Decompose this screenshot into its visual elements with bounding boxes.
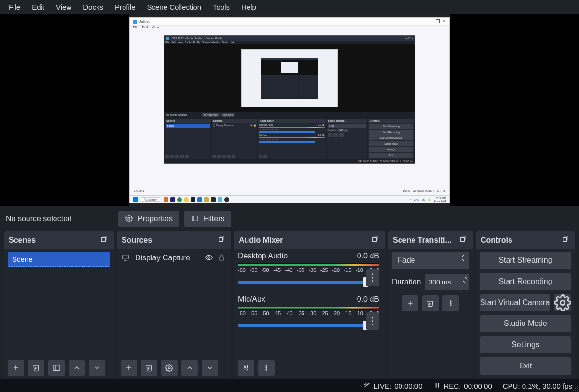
svg-point-29 [244, 366, 246, 368]
source-label: Display Capture [135, 254, 190, 262]
visibility-icon[interactable] [205, 254, 214, 262]
duration-label: Duration [392, 278, 421, 286]
add-scene-button[interactable] [8, 360, 24, 376]
start-streaming-button[interactable]: Start Streaming [480, 252, 571, 269]
popout-icon[interactable] [459, 235, 469, 244]
popout-icon[interactable] [372, 235, 381, 244]
start-recording-button[interactable]: Start Recording [480, 273, 571, 290]
svg-point-22 [372, 273, 373, 275]
add-transition-button[interactable] [402, 295, 418, 311]
svg-point-37 [266, 369, 267, 370]
virtual-camera-settings-button[interactable] [554, 294, 571, 311]
channel-options-button[interactable] [366, 312, 379, 330]
svg-point-28 [372, 324, 373, 325]
menu-file[interactable]: File [3, 1, 26, 13]
studio-mode-button[interactable]: Studio Mode [480, 315, 571, 333]
status-cpu: CPU: 0.1%, 30.00 fps [503, 382, 572, 390]
svg-rect-46 [563, 237, 567, 241]
transitions-dock: Scene Transiti... Fade Duration 300 ms [388, 231, 473, 378]
source-settings-button[interactable] [161, 360, 178, 376]
duration-input[interactable]: 300 ms [425, 274, 469, 290]
audio-advanced-button[interactable] [238, 360, 254, 376]
transition-menu-button[interactable] [442, 295, 459, 311]
svg-rect-14 [219, 257, 223, 260]
controls-dock: Controls Start Streaming Start Recording… [476, 231, 575, 378]
docks-row: Scenes Scene Sources Display Capt [0, 231, 579, 379]
settings-button[interactable]: Settings [480, 336, 571, 353]
sources-dock: Sources Display Capture [117, 231, 231, 378]
controls-header[interactable]: Controls [476, 231, 575, 249]
properties-label: Properties [138, 215, 173, 223]
gear-icon [125, 215, 134, 223]
status-live: LIVE: 00:00:00 [363, 381, 422, 391]
svg-point-26 [372, 317, 373, 319]
menu-view[interactable]: View [50, 1, 77, 13]
updown-icon [461, 254, 466, 262]
audio-mixer-header[interactable]: Audio Mixer [234, 231, 385, 249]
popout-icon[interactable] [562, 235, 571, 244]
add-source-button[interactable] [121, 360, 137, 376]
svg-point-19 [168, 367, 170, 369]
menu-edit[interactable]: Edit [26, 1, 50, 13]
popout-icon[interactable] [100, 235, 110, 244]
scene-filters-button[interactable] [48, 360, 65, 376]
move-source-down-button[interactable] [202, 360, 218, 376]
channel-options-button[interactable] [366, 269, 379, 286]
remove-source-button[interactable] [141, 360, 157, 376]
filters-button[interactable]: Filters [184, 211, 232, 227]
svg-point-0 [128, 217, 130, 219]
svg-rect-8 [54, 365, 59, 371]
no-source-label: No source selected [5, 215, 113, 223]
menu-tools[interactable]: Tools [207, 1, 235, 13]
svg-rect-1 [192, 216, 198, 221]
preview-area[interactable]: Untitled ✕ File Edit View OBS 29.1.3 - P… [0, 14, 579, 206]
properties-button[interactable]: Properties [118, 211, 179, 227]
svg-point-43 [450, 301, 451, 302]
svg-point-44 [450, 303, 451, 304]
svg-rect-50 [435, 383, 436, 387]
volume-slider[interactable] [238, 281, 366, 284]
scenes-dock: Scenes Scene [4, 231, 114, 378]
source-toolbar: No source selected Properties Filters [0, 206, 579, 231]
svg-rect-10 [219, 237, 223, 241]
filters-icon [191, 215, 200, 223]
move-scene-down-button[interactable] [89, 360, 105, 376]
svg-point-36 [266, 367, 267, 368]
lock-icon[interactable] [218, 254, 226, 262]
menu-help[interactable]: Help [235, 1, 262, 13]
svg-point-24 [372, 280, 373, 282]
start-virtual-camera-button[interactable]: Start Virtual Camera [480, 294, 550, 311]
scenes-header[interactable]: Scenes [4, 231, 114, 249]
popout-icon[interactable] [218, 235, 227, 244]
svg-rect-20 [373, 237, 377, 241]
remove-scene-button[interactable] [28, 360, 44, 376]
audio-meter [238, 307, 379, 310]
display-icon [122, 254, 130, 262]
channel-name: Desktop Audio [238, 252, 288, 260]
remove-transition-button[interactable] [422, 295, 439, 311]
volume-slider[interactable] [238, 324, 366, 327]
channel-name: Mic/Aux [238, 295, 265, 304]
scene-item[interactable]: Scene [8, 252, 110, 267]
audio-meter [238, 263, 379, 266]
move-source-up-button[interactable] [181, 360, 198, 376]
transition-select[interactable]: Fade [392, 252, 469, 269]
menu-docks[interactable]: Docks [77, 1, 109, 13]
sources-header[interactable]: Sources [117, 231, 231, 249]
svg-point-27 [372, 320, 373, 322]
pause-icon [433, 381, 441, 391]
transitions-header[interactable]: Scene Transiti... [388, 231, 473, 249]
menu-scene-collection[interactable]: Scene Collection [141, 1, 207, 13]
audio-mixer-dock: Audio Mixer Desktop Audio0.0 dB -60-55-5… [234, 231, 385, 378]
audio-ticks: -60-55-50-45-40-35-30-25-20-15-10-50 [238, 267, 379, 273]
menu-profile[interactable]: Profile [109, 1, 141, 13]
audio-menu-button[interactable] [258, 360, 275, 376]
resize-grip[interactable] [572, 385, 578, 391]
move-scene-up-button[interactable] [69, 360, 85, 376]
captured-window: Untitled ✕ File Edit View OBS 29.1.3 - P… [129, 17, 449, 203]
source-item[interactable]: Display Capture [121, 252, 227, 264]
channel-level: 0.0 dB [357, 295, 379, 304]
svg-point-30 [247, 368, 248, 369]
filters-label: Filters [204, 215, 225, 223]
exit-button[interactable]: Exit [480, 357, 571, 375]
